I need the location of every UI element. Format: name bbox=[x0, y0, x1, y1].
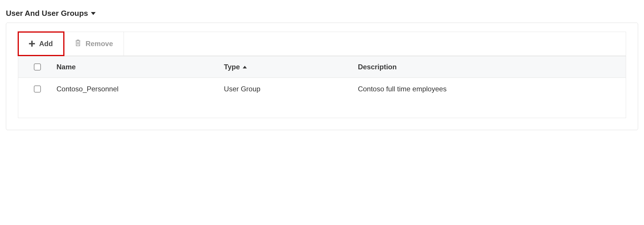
table-header-row: Name Type Description bbox=[18, 56, 626, 78]
cell-type: User Group bbox=[224, 85, 358, 93]
sort-ascending-icon bbox=[243, 66, 247, 68]
plus-icon: ➕︎ bbox=[29, 40, 35, 48]
column-header-type[interactable]: Type bbox=[224, 63, 358, 71]
toolbar: ➕︎ Add Remove bbox=[18, 32, 626, 56]
select-all-checkbox[interactable] bbox=[34, 63, 41, 70]
trash-icon bbox=[74, 39, 81, 48]
cell-name: Contoso_Personnel bbox=[56, 85, 224, 93]
column-header-description[interactable]: Description bbox=[358, 63, 626, 71]
add-button-label: Add bbox=[39, 40, 53, 48]
panel: ➕︎ Add Remove Name bbox=[6, 23, 638, 130]
section-title: User And User Groups bbox=[6, 9, 88, 18]
table-spacer bbox=[18, 100, 626, 118]
section-header[interactable]: User And User Groups bbox=[6, 9, 638, 18]
add-button[interactable]: ➕︎ Add bbox=[18, 32, 64, 56]
caret-down-icon bbox=[91, 12, 96, 15]
column-header-name[interactable]: Name bbox=[56, 63, 224, 71]
table-row: Contoso_Personnel User Group Contoso ful… bbox=[18, 78, 626, 100]
row-checkbox[interactable] bbox=[34, 85, 41, 93]
table: Name Type Description Contoso_Personnel … bbox=[18, 56, 626, 118]
cell-description: Contoso full time employees bbox=[358, 85, 626, 93]
remove-button-label: Remove bbox=[86, 40, 113, 48]
remove-button[interactable]: Remove bbox=[64, 32, 124, 56]
